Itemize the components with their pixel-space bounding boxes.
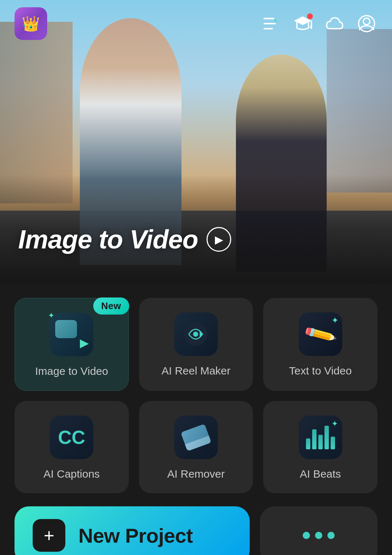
crown-icon: 👑 <box>22 15 40 32</box>
notification-badge <box>307 13 313 19</box>
ai-captions-icon: CC <box>50 416 93 459</box>
bottom-actions: + New Project <box>15 506 377 555</box>
beats-sparkle-icon: ✦ <box>331 419 338 429</box>
nav-icons-group <box>260 13 377 35</box>
svg-point-6 <box>310 26 312 29</box>
tools-grid: New ✦ Image to Video <box>15 298 377 493</box>
sparkle-icon: ✦ <box>48 311 54 320</box>
tool-label-ai-captions: AI Captions <box>44 468 100 480</box>
svg-marker-3 <box>274 19 277 23</box>
ai-captions-icon-wrapper: CC <box>50 416 93 459</box>
svg-point-8 <box>363 18 370 25</box>
dot-1 <box>303 532 310 539</box>
hero-section: 👑 <box>0 0 392 283</box>
image-to-video-icon-wrapper: ✦ <box>50 313 93 356</box>
svg-rect-2 <box>264 28 273 29</box>
tool-card-ai-remover[interactable]: AI Remover <box>139 401 253 493</box>
new-project-label: New Project <box>78 524 193 547</box>
pencil-sparkle-icon: ✦ <box>331 315 339 325</box>
app-logo[interactable]: 👑 <box>15 7 47 40</box>
text-to-video-icon-wrapper: ✏️ ✦ <box>299 312 342 356</box>
svg-rect-1 <box>264 23 276 24</box>
tool-card-ai-reel-maker[interactable]: AI Reel Maker <box>139 298 253 391</box>
tool-card-ai-captions[interactable]: CC AI Captions <box>15 401 129 493</box>
svg-point-11 <box>193 332 198 337</box>
dot-3 <box>327 532 335 539</box>
hero-title: Image to Video <box>18 224 198 254</box>
image-to-video-icon: ✦ <box>50 313 93 356</box>
new-project-button[interactable]: + New Project <box>15 506 250 555</box>
cloud-icon[interactable] <box>324 13 346 35</box>
tool-label-ai-remover: AI Remover <box>167 468 225 480</box>
text-to-video-icon: ✏️ ✦ <box>299 312 342 356</box>
plus-icon: + <box>33 519 65 552</box>
eraser-icon <box>181 424 212 451</box>
play-icon: ▶ <box>215 233 223 246</box>
tool-label-ai-reel-maker: AI Reel Maker <box>162 365 230 377</box>
tool-card-text-to-video[interactable]: ✏️ ✦ Text to Video <box>263 298 377 391</box>
tool-label-image-to-video: Image to Video <box>35 365 108 377</box>
ai-beats-icon-wrapper: ✦ <box>299 416 342 459</box>
beat-bar-4 <box>324 426 329 449</box>
ai-reel-maker-icon-wrapper <box>174 312 218 356</box>
hero-title-group: Image to Video ▶ <box>18 224 231 254</box>
beat-bar-3 <box>318 435 323 449</box>
hero-building-right <box>327 29 392 193</box>
ai-remover-icon <box>174 416 218 459</box>
ai-reel-maker-icon <box>174 312 218 356</box>
new-badge: New <box>93 297 129 315</box>
beat-bar-2 <box>312 429 317 449</box>
ai-beats-icon: ✦ <box>299 416 342 459</box>
tool-label-text-to-video: Text to Video <box>289 365 352 377</box>
dot-2 <box>315 532 322 539</box>
beat-bar-1 <box>306 438 310 449</box>
main-content: New ✦ Image to Video <box>0 283 392 555</box>
cc-icon: CC <box>58 426 85 448</box>
list-icon[interactable] <box>260 13 282 35</box>
more-options-button[interactable] <box>260 506 377 555</box>
svg-rect-0 <box>264 18 274 19</box>
top-navigation: 👑 <box>0 0 392 36</box>
beats-bars <box>306 426 335 449</box>
tool-card-image-to-video[interactable]: New ✦ Image to Video <box>15 298 129 391</box>
profile-icon[interactable] <box>356 13 377 35</box>
tool-label-ai-beats: AI Beats <box>300 468 341 480</box>
tool-card-ai-beats[interactable]: ✦ AI Beats <box>263 401 377 493</box>
more-dots <box>303 532 335 539</box>
education-icon[interactable] <box>292 13 314 35</box>
ai-remover-icon-wrapper <box>174 416 218 459</box>
beat-bar-5 <box>331 437 335 449</box>
hero-play-button[interactable]: ▶ <box>207 227 231 252</box>
